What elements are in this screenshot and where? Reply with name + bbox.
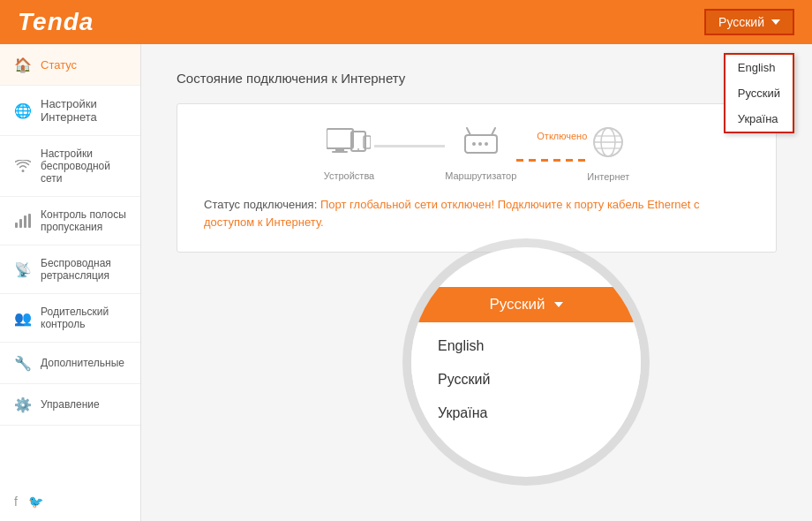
magnifier-lang-russian[interactable]: Русский — [411, 363, 641, 396]
internet-item: Интернет — [587, 125, 629, 182]
sidebar-item-advanced[interactable]: 🔧 Дополнительные — [0, 343, 140, 384]
connection-diagram: Устройства — [204, 125, 749, 182]
status-text: Статус подключения: Порт глобальной сети… — [204, 196, 749, 230]
lang-button-label: Русский — [718, 15, 764, 29]
svg-rect-0 — [15, 223, 18, 228]
language-button[interactable]: Русский — [704, 9, 794, 35]
magnifier-lang-label: Русский — [489, 296, 545, 313]
sidebar-label-advanced: Дополнительные — [41, 357, 124, 369]
disconnected-line — [516, 159, 587, 162]
magnifier-arrow-icon — [554, 302, 563, 307]
svg-rect-3 — [28, 214, 31, 228]
section-title: Состояние подключения к Интернету — [177, 71, 777, 86]
wifi-icon — [14, 157, 32, 175]
sidebar: 🏠 Статус 🌐 Настройки Интернета Настройки… — [0, 44, 141, 521]
svg-rect-2 — [24, 215, 26, 228]
globe-icon: 🌐 — [14, 102, 32, 119]
sidebar-label-wifi: Настройки беспроводной сети — [41, 147, 126, 185]
lang-option-ukraine[interactable]: Україна — [726, 106, 793, 132]
sidebar-label-internet: Настройки Интернета — [41, 97, 126, 124]
router-item: Маршрутизатор — [445, 126, 516, 181]
content-area: Состояние подключения к Интернету — [141, 44, 812, 279]
sidebar-item-management[interactable]: ⚙️ Управление — [0, 384, 140, 426]
sidebar-item-status[interactable]: 🏠 Статус — [0, 44, 140, 86]
lang-option-russian[interactable]: Русский — [726, 80, 793, 106]
svg-point-15 — [485, 142, 488, 146]
connection-card: Устройства — [177, 103, 777, 253]
magnifier-lang-ukraine[interactable]: Україна — [411, 396, 641, 430]
lang-arrow-icon — [771, 19, 780, 25]
sidebar-label-parental: Родительский контроль — [41, 306, 126, 330]
connection-line-1 — [374, 145, 445, 147]
relay-icon: 📡 — [14, 260, 32, 278]
gear-icon: ⚙️ — [14, 396, 32, 413]
sidebar-label-management: Управление — [41, 398, 100, 411]
svg-rect-4 — [327, 129, 353, 148]
language-dropdown: English Русский Україна — [724, 53, 794, 133]
svg-line-11 — [467, 128, 470, 135]
header: Tenda Русский English Русский Україна — [0, 0, 812, 44]
magnifier-lang-english[interactable]: English — [411, 329, 641, 363]
devices-item: Устройства — [324, 127, 375, 181]
main-content: Состояние подключения к Интернету — [141, 44, 812, 521]
sidebar-label-bandwidth: Контроль полосы пропускания — [41, 208, 126, 233]
sidebar-item-relay[interactable]: 📡 Беспроводная ретрансляция — [0, 245, 140, 294]
svg-rect-6 — [332, 151, 348, 153]
lang-option-english[interactable]: English — [726, 55, 793, 80]
parental-icon: 👥 — [14, 309, 32, 327]
twitter-icon[interactable]: 🐦 — [28, 495, 43, 509]
disconnected-label: Отключено — [537, 131, 587, 155]
status-prefix: Статус подключения: — [204, 198, 317, 211]
svg-point-14 — [478, 142, 482, 146]
router-icon — [462, 126, 500, 165]
internet-icon — [591, 125, 625, 166]
magnifier-dropdown: English Русский Україна — [411, 322, 641, 437]
wrench-icon: 🔧 — [14, 354, 32, 372]
sidebar-item-bandwidth[interactable]: Контроль полосы пропускания — [0, 197, 140, 245]
bandwidth-icon — [14, 212, 32, 230]
svg-point-8 — [357, 148, 359, 150]
main-layout: 🏠 Статус 🌐 Настройки Интернета Настройки… — [0, 44, 812, 521]
svg-point-13 — [472, 142, 476, 146]
sidebar-item-internet-settings[interactable]: 🌐 Настройки Интернета — [0, 86, 140, 136]
sidebar-label-relay: Беспроводная ретрансляция — [41, 257, 126, 282]
magnifier-inner: Русский English Русский Україна — [411, 247, 641, 477]
svg-line-12 — [492, 128, 495, 135]
magnifier-lang-button[interactable]: Русский — [411, 287, 641, 322]
sidebar-nav: 🏠 Статус 🌐 Настройки Интернета Настройки… — [0, 44, 140, 482]
devices-icon — [327, 127, 371, 165]
logo: Tenda — [18, 8, 94, 36]
svg-rect-5 — [335, 148, 344, 151]
sidebar-footer: f 🐦 — [0, 482, 140, 521]
sidebar-item-parental[interactable]: 👥 Родительский контроль — [0, 294, 140, 343]
internet-label: Интернет — [587, 171, 629, 182]
sidebar-label-status: Статус — [41, 58, 77, 72]
sidebar-item-wifi-settings[interactable]: Настройки беспроводной сети — [0, 136, 140, 197]
devices-label: Устройства — [324, 170, 375, 181]
router-label: Маршрутизатор — [445, 170, 516, 181]
home-icon: 🏠 — [14, 56, 32, 73]
svg-rect-1 — [19, 219, 22, 228]
facebook-icon[interactable]: f — [14, 495, 18, 509]
